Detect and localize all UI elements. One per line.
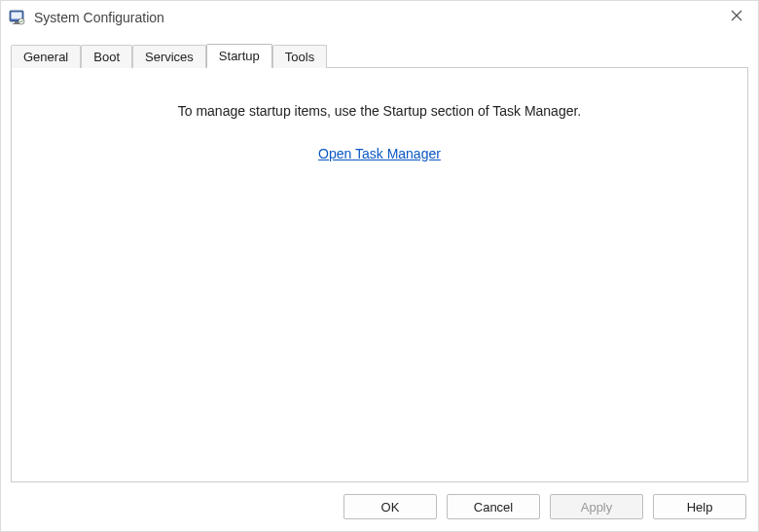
tab-strip: General Boot Services Startup Tools [11, 44, 748, 67]
system-configuration-icon [9, 9, 26, 26]
open-task-manager-link[interactable]: Open Task Manager [318, 146, 441, 161]
tab-boot[interactable]: Boot [81, 45, 132, 68]
tab-general[interactable]: General [11, 45, 81, 68]
apply-button[interactable]: Apply [550, 494, 643, 519]
titlebar: System Configuration [1, 1, 758, 34]
window-title: System Configuration [34, 10, 164, 25]
svg-rect-2 [15, 21, 18, 23]
close-button[interactable] [714, 1, 758, 30]
cancel-button[interactable]: Cancel [447, 494, 540, 519]
dialog-body: General Boot Services Startup Tools To m… [1, 34, 758, 482]
tab-services[interactable]: Services [132, 45, 206, 68]
dialog-footer: OK Cancel Apply Help [1, 482, 758, 531]
panel-content: To manage startup items, use the Startup… [12, 68, 747, 161]
help-button[interactable]: Help [653, 494, 746, 519]
system-configuration-window: System Configuration General Boot Servic… [0, 0, 759, 532]
tab-startup[interactable]: Startup [206, 44, 272, 68]
tab-panel-startup: To manage startup items, use the Startup… [11, 67, 748, 482]
startup-message: To manage startup items, use the Startup… [12, 103, 747, 119]
ok-button[interactable]: OK [343, 494, 437, 519]
svg-rect-1 [12, 13, 22, 19]
tab-tools[interactable]: Tools [272, 45, 327, 68]
